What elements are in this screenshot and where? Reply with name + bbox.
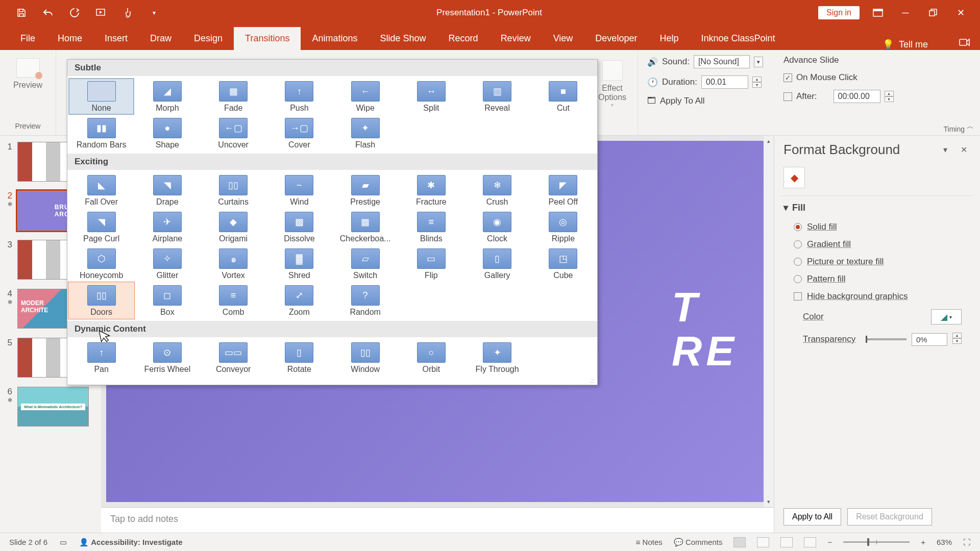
sound-dropdown-arrow[interactable]: ▾ [754, 57, 763, 67]
transition-honeycomb[interactable]: ⬡Honeycomb [68, 245, 134, 282]
accessibility-status[interactable]: 👤 Accessibility: Investigate [79, 538, 182, 547]
tab-animations[interactable]: Animations [301, 27, 369, 50]
on-click-checkbox[interactable]: ✓ [783, 73, 792, 82]
save-icon[interactable] [15, 7, 28, 19]
transition-fall-over[interactable]: ◣Fall Over [68, 172, 134, 209]
transition-crush[interactable]: ❄Crush [464, 172, 530, 209]
transition-cut[interactable]: ■Cut [530, 78, 596, 115]
zoom-slider[interactable] [843, 541, 910, 543]
transition-airplane[interactable]: ✈Airplane [134, 209, 200, 245]
comments-button[interactable]: 💬 Comments [674, 538, 723, 547]
apply-to-all-button[interactable]: Apply to All [783, 508, 841, 525]
transition-reveal[interactable]: ▥Reveal [464, 78, 530, 115]
minimize-icon[interactable]: ─ [896, 4, 915, 22]
transition-wipe[interactable]: ←Wipe [332, 78, 398, 115]
scroll-up-icon[interactable]: ▴ [767, 138, 770, 144]
tab-insert[interactable]: Insert [93, 27, 139, 50]
transition-none[interactable]: None [68, 78, 134, 115]
tab-transitions[interactable]: Transitions [234, 27, 301, 50]
radio-gradient[interactable] [794, 240, 802, 248]
transition-checkerboa-[interactable]: ▦Checkerboa... [332, 209, 398, 245]
color-picker-button[interactable]: ◢▾ [931, 309, 962, 324]
signin-button[interactable]: Sign in [818, 6, 860, 19]
share-icon[interactable] [948, 37, 980, 50]
transition-flip[interactable]: ▭Flip [398, 245, 464, 282]
slide-counter[interactable]: Slide 2 of 6 [9, 538, 47, 546]
radio-solid[interactable] [794, 223, 802, 231]
transition-push[interactable]: ↑Push [266, 78, 332, 115]
thumb-image[interactable]: What is Minimalistic Architecture? [17, 387, 89, 427]
transition-prestige[interactable]: ▰Prestige [332, 172, 398, 209]
tab-classpoint[interactable]: Inknoe ClassPoint [690, 27, 786, 50]
duration-input[interactable]: 00.01 [701, 76, 748, 89]
transition-origami[interactable]: ◆Origami [201, 209, 266, 245]
transition-random[interactable]: ?Random [332, 282, 398, 319]
transition-zoom[interactable]: ⤢Zoom [266, 282, 332, 319]
transition-conveyor[interactable]: ▭▭Conveyor [201, 339, 266, 376]
transition-shape[interactable]: ●Shape [134, 115, 200, 152]
transition-random-bars[interactable]: ▮▮Random Bars [68, 115, 134, 152]
transparency-spinner[interactable]: ▲▼ [952, 333, 962, 346]
transition-blinds[interactable]: ≡Blinds [398, 209, 464, 245]
notes-pane[interactable]: Tap to add notes [101, 507, 774, 533]
hide-bg-graphics-option[interactable]: Hide background graphics [783, 288, 971, 305]
fp-close-icon[interactable]: ✕ [957, 143, 971, 157]
transition-comb[interactable]: ≡Comb [201, 282, 266, 319]
tab-developer[interactable]: Developer [584, 27, 648, 50]
zoom-in-button[interactable]: + [921, 538, 925, 546]
transition-box[interactable]: ◻Box [134, 282, 200, 319]
transition-fly-through[interactable]: ✦Fly Through [464, 339, 530, 376]
tab-draw[interactable]: Draw [139, 27, 183, 50]
sound-dropdown[interactable]: [No Sound] [694, 55, 750, 68]
radio-picture[interactable] [794, 258, 802, 266]
transition-fracture[interactable]: ✱Fracture [398, 172, 464, 209]
pattern-fill-option[interactable]: Pattern fill [783, 270, 971, 288]
zoom-level[interactable]: 63% [937, 538, 952, 546]
tab-view[interactable]: View [542, 27, 584, 50]
fill-section-header[interactable]: ▾Fill [783, 202, 971, 213]
duration-spinner[interactable]: ▲▼ [752, 77, 762, 88]
on-mouse-click-row[interactable]: ✓ On Mouse Click [783, 72, 894, 83]
transition-drape[interactable]: ◥Drape [134, 172, 200, 209]
transparency-input[interactable]: 0% [912, 333, 947, 346]
transition-cube[interactable]: ◳Cube [530, 245, 596, 282]
redo-icon[interactable] [68, 7, 81, 19]
after-spinner[interactable]: ▲▼ [885, 91, 894, 102]
touch-mode-icon[interactable] [121, 7, 134, 19]
transition-window[interactable]: ▯▯Window [332, 339, 398, 376]
transition-orbit[interactable]: ○Orbit [398, 339, 464, 376]
transition-ripple[interactable]: ◎Ripple [530, 209, 596, 245]
transition-wind[interactable]: ~Wind [266, 172, 332, 209]
radio-pattern[interactable] [794, 275, 802, 283]
fit-to-window-button[interactable]: ⛶ [963, 538, 971, 546]
qat-customize-icon[interactable]: ▾ [148, 7, 160, 19]
notes-button[interactable]: ≡ Notes [636, 538, 663, 546]
apply-to-all-button[interactable]: 🗔 Apply To All [647, 96, 763, 106]
close-icon[interactable]: ✕ [951, 4, 970, 22]
normal-view-button[interactable] [733, 537, 746, 547]
reading-view-button[interactable] [780, 537, 793, 547]
slide-vertical-scrollbar[interactable]: ▴▾ [764, 136, 774, 507]
ribbon-display-options-icon[interactable] [869, 4, 887, 22]
tab-home[interactable]: Home [46, 27, 93, 50]
section-icon[interactable]: ▭ [60, 538, 67, 547]
fill-category-icon[interactable]: ◆ [783, 167, 805, 188]
transition-rotate[interactable]: ▯Rotate [266, 339, 332, 376]
maximize-icon[interactable] [924, 4, 942, 22]
tab-review[interactable]: Review [489, 27, 542, 50]
transition-shred[interactable]: ▓Shred [266, 245, 332, 282]
zoom-out-button[interactable]: − [827, 538, 832, 546]
collapse-ribbon-icon[interactable]: ︿ [967, 122, 974, 131]
preview-button[interactable]: Preview [6, 53, 50, 95]
transition-curtains[interactable]: ▯▯Curtains [201, 172, 266, 209]
transition-dissolve[interactable]: ▩Dissolve [266, 209, 332, 245]
tab-help[interactable]: Help [648, 27, 690, 50]
picture-fill-option[interactable]: Picture or texture fill [783, 253, 971, 270]
transition-vortex[interactable]: ๑Vortex [201, 245, 266, 282]
transition-morph[interactable]: ◢Morph [134, 78, 200, 115]
transition-flash[interactable]: ✦Flash [332, 115, 398, 152]
transition-switch[interactable]: ▱Switch [332, 245, 398, 282]
fp-options-icon[interactable]: ▾ [938, 143, 952, 157]
tab-design[interactable]: Design [183, 27, 234, 50]
gradient-fill-option[interactable]: Gradient fill [783, 236, 971, 253]
